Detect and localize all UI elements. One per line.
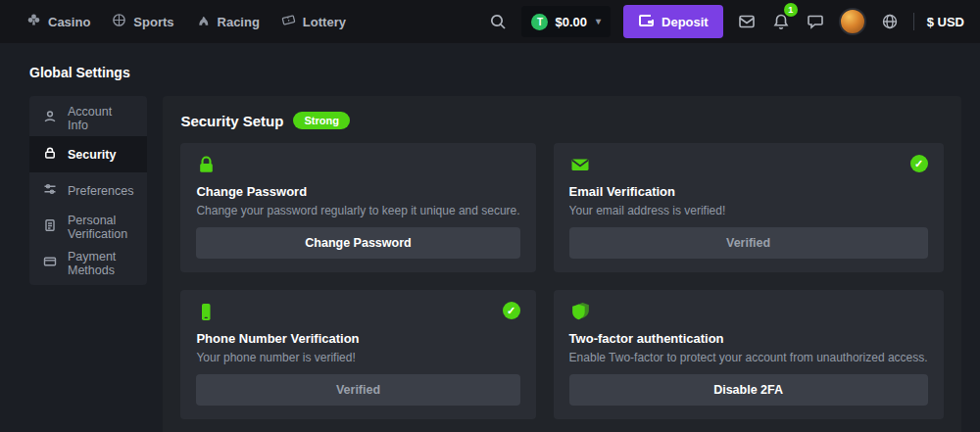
sidebar-item-account-info[interactable]: Account Info xyxy=(29,100,147,136)
nav-item-casino[interactable]: Casino xyxy=(16,0,101,43)
sidebar-item-personal-verification[interactable]: Personal Verification xyxy=(29,209,147,245)
nav-item-sports[interactable]: Sports xyxy=(101,0,184,43)
basketball-icon xyxy=(112,13,126,30)
lock-icon xyxy=(43,146,57,163)
phone-verified-button[interactable]: Verified xyxy=(196,374,519,406)
settings-sidebar: Account Info Security Preferences Person… xyxy=(29,96,147,285)
search-icon[interactable] xyxy=(487,11,509,32)
nav-item-racing[interactable]: Racing xyxy=(185,0,270,43)
card-title: Two-factor authentication xyxy=(569,331,928,346)
horse-icon xyxy=(196,13,211,30)
verified-check-icon: ✓ xyxy=(910,155,928,172)
padlock-icon xyxy=(196,155,217,179)
document-icon xyxy=(43,218,57,235)
top-navigation-bar: Casino Sports Racing Lottery T $0.00 ▾ xyxy=(0,0,980,43)
phone-icon xyxy=(196,302,216,326)
card-title: Email Verification xyxy=(569,184,928,199)
balance-amount: $0.00 xyxy=(555,15,587,29)
credit-card-icon xyxy=(43,255,57,271)
deposit-button[interactable]: Deposit xyxy=(623,5,723,38)
phone-verification-card: ✓ Phone Number Verification Your phone n… xyxy=(180,290,535,419)
card-description: Your email address is verified! xyxy=(569,204,928,217)
nav-label: Sports xyxy=(133,15,173,29)
sidebar-item-payment-methods[interactable]: Payment Methods xyxy=(29,245,147,281)
card-description: Your phone number is verified! xyxy=(196,351,519,364)
card-description: Change your password regularly to keep i… xyxy=(196,204,519,217)
change-password-card: ✓ Change Password Change your password r… xyxy=(180,143,535,272)
clover-icon xyxy=(26,13,41,30)
disable-2fa-button[interactable]: Disable 2FA xyxy=(569,374,928,406)
notifications-bell-icon[interactable]: 1 xyxy=(770,11,792,32)
sidebar-item-security[interactable]: Security xyxy=(29,136,147,172)
notification-count-badge: 1 xyxy=(784,3,798,17)
wallet-icon xyxy=(638,14,654,30)
card-title: Change Password xyxy=(196,184,519,199)
two-factor-card: ✓ Two-factor authentication Enable Two-f… xyxy=(554,290,944,419)
user-icon xyxy=(43,110,57,126)
change-password-button[interactable]: Change Password xyxy=(196,227,519,259)
user-avatar[interactable] xyxy=(839,8,866,35)
email-verification-card: ✓ Email Verification Your email address … xyxy=(554,143,944,272)
topbar-right-cluster: T $0.00 ▾ Deposit 1 $ USD xyxy=(487,5,964,38)
tether-coin-icon: T xyxy=(531,14,548,30)
email-verified-button[interactable]: Verified xyxy=(569,227,928,259)
shield-icon xyxy=(569,302,592,326)
sidebar-item-label: Payment Methods xyxy=(68,250,133,277)
sidebar-item-label: Personal Verification xyxy=(68,214,133,241)
sidebar-item-label: Security xyxy=(68,148,116,162)
deposit-label: Deposit xyxy=(662,15,709,29)
card-title: Phone Number Verification xyxy=(196,331,519,346)
nav-label: Lottery xyxy=(303,15,346,29)
envelope-icon xyxy=(569,155,591,178)
security-cards-grid: ✓ Change Password Change your password r… xyxy=(180,143,943,419)
nav-item-lottery[interactable]: Lottery xyxy=(270,0,357,43)
currency-selector[interactable]: $ USD xyxy=(927,15,964,29)
sidebar-item-preferences[interactable]: Preferences xyxy=(29,172,147,209)
topbar-divider xyxy=(913,13,914,30)
page-title: Global Settings xyxy=(29,65,951,80)
panel-title: Security Setup xyxy=(180,113,283,129)
password-strength-badge: Strong xyxy=(293,112,349,129)
verified-check-icon: ✓ xyxy=(503,302,520,319)
language-globe-icon[interactable] xyxy=(879,11,901,32)
nav-label: Casino xyxy=(48,15,90,29)
ticket-icon xyxy=(281,13,296,30)
nav-label: Racing xyxy=(218,15,260,29)
card-description: Enable Two-factor to protect your accoun… xyxy=(569,351,928,364)
main-content: Global Settings Account Info Security Pr xyxy=(0,43,980,432)
chat-icon[interactable] xyxy=(805,11,826,32)
wallet-balance-selector[interactable]: T $0.00 ▾ xyxy=(521,6,611,37)
inbox-icon[interactable] xyxy=(736,11,758,32)
currency-label: $ USD xyxy=(927,15,964,29)
sidebar-item-label: Account Info xyxy=(68,105,133,132)
sliders-icon xyxy=(43,182,57,199)
sidebar-item-label: Preferences xyxy=(68,184,133,198)
chevron-down-icon: ▾ xyxy=(596,17,601,26)
security-setup-panel: Security Setup Strong ✓ Change Password … xyxy=(163,96,960,432)
